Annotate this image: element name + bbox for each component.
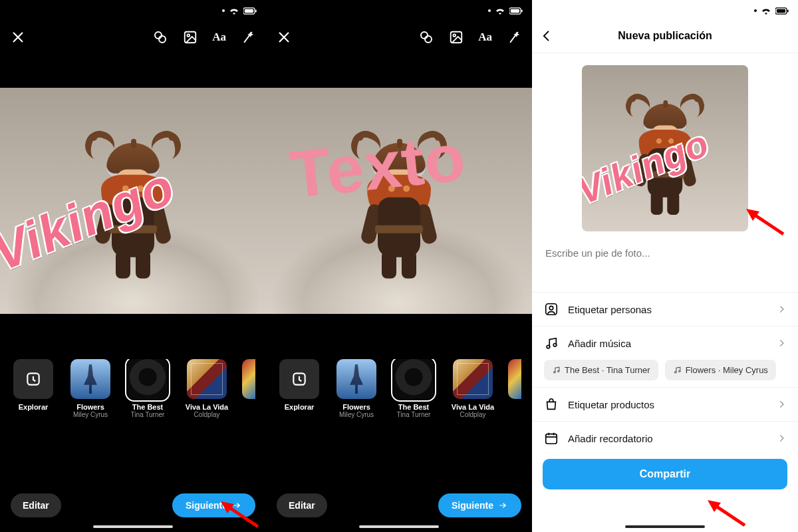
- svg-rect-19: [787, 9, 789, 12]
- text-icon[interactable]: Aa: [478, 31, 492, 44]
- music-chip[interactable]: Flowers · Miley Cyrus: [665, 360, 776, 380]
- shopping-bag-icon: [544, 397, 559, 412]
- wifi-icon: [495, 7, 505, 15]
- publish-header: Nueva publicación: [532, 19, 798, 53]
- music-item-vivalavida[interactable]: Viva La Vida Coldplay: [181, 359, 233, 418]
- edit-button[interactable]: Editar: [11, 493, 61, 517]
- music-suggestions[interactable]: Explorar Flowers Miley Cyrus The Best Ti…: [266, 359, 532, 418]
- publish-title: Nueva publicación: [618, 30, 712, 42]
- battery-icon: [509, 7, 523, 15]
- caption-input[interactable]: [532, 237, 798, 269]
- editor-bottombar: Editar Siguiente: [0, 493, 266, 517]
- screen-edit-2: Aa Texto Explorar Flowers Miley Cyrus: [266, 0, 532, 532]
- screen-publish: Nueva publicación Vikingo Etiquetar pers…: [532, 0, 798, 532]
- music-item-partial[interactable]: [508, 359, 521, 403]
- screen-edit-1: Aa Vikingo Explorar Flowers Miley Cyrus: [0, 0, 266, 532]
- music-item-flowers[interactable]: Flowers Miley Cyrus: [66, 359, 114, 418]
- option-add-music[interactable]: Añadir música: [532, 327, 798, 360]
- chevron-right-icon: [777, 305, 786, 314]
- next-button-label: Siguiente: [186, 500, 227, 511]
- option-label: Etiquetar productos: [568, 399, 654, 410]
- svg-rect-5: [185, 32, 196, 43]
- loop-icon[interactable]: [152, 29, 168, 45]
- music-explore[interactable]: Explorar: [275, 359, 323, 418]
- sparkle-icon[interactable]: [507, 30, 521, 45]
- wifi-icon: [229, 7, 239, 15]
- svg-rect-10: [511, 9, 519, 12]
- publish-preview-wrap: Vikingo: [532, 53, 798, 237]
- sparkle-icon[interactable]: [241, 30, 255, 45]
- svg-point-12: [421, 32, 428, 39]
- svg-point-6: [188, 34, 190, 37]
- svg-marker-20: [746, 209, 759, 221]
- image-icon[interactable]: [183, 30, 198, 45]
- svg-rect-2: [255, 9, 257, 12]
- svg-point-24: [553, 343, 557, 346]
- music-item-thebest[interactable]: The Best Tina Turner: [390, 359, 438, 418]
- annotation-arrow: [705, 497, 747, 528]
- music-item-flowers[interactable]: Flowers Miley Cyrus: [332, 359, 380, 418]
- chevron-right-icon: [777, 338, 786, 348]
- music-note-icon: [544, 336, 559, 350]
- svg-rect-18: [777, 9, 785, 12]
- chevron-right-icon: [777, 434, 786, 443]
- editor-bottombar: Editar Siguiente: [266, 493, 532, 517]
- option-tag-products[interactable]: Etiquetar productos: [532, 388, 798, 421]
- svg-point-4: [159, 36, 166, 43]
- loop-icon[interactable]: [418, 29, 434, 45]
- editor-toolbar: Aa: [266, 19, 532, 56]
- svg-point-15: [454, 34, 456, 37]
- music-item-partial[interactable]: [242, 359, 255, 403]
- calendar-icon: [544, 431, 559, 446]
- svg-point-22: [549, 306, 553, 310]
- image-icon[interactable]: [449, 30, 464, 45]
- option-label: Añadir recordatorio: [568, 433, 653, 444]
- option-tag-people[interactable]: Etiquetar personas: [532, 293, 798, 326]
- svg-rect-14: [451, 32, 462, 43]
- battery-icon: [243, 7, 257, 15]
- music-chips: The Best · Tina Turner Flowers · Miley C…: [532, 360, 798, 387]
- editor-toolbar: Aa: [0, 19, 266, 56]
- gesture-bar: [93, 525, 173, 528]
- chip-label: The Best · Tina Turner: [565, 365, 650, 375]
- status-bar: [532, 0, 798, 19]
- gesture-bar: [359, 525, 439, 528]
- svg-marker-30: [708, 500, 721, 512]
- close-icon[interactable]: [277, 30, 291, 45]
- option-label: Añadir música: [568, 338, 631, 349]
- next-button-label: Siguiente: [452, 500, 493, 511]
- svg-rect-11: [521, 9, 523, 12]
- music-chip[interactable]: The Best · Tina Turner: [544, 360, 658, 380]
- svg-point-27: [674, 372, 676, 373]
- photo-preview[interactable]: Vikingo: [0, 88, 266, 314]
- wifi-icon: [761, 7, 771, 15]
- close-icon[interactable]: [11, 30, 25, 45]
- publish-preview[interactable]: Vikingo: [582, 65, 748, 231]
- music-item-vivalavida[interactable]: Viva La Vida Coldplay: [447, 359, 499, 418]
- status-bar: [0, 0, 266, 19]
- music-explore[interactable]: Explorar: [9, 359, 57, 418]
- photo-preview[interactable]: Texto: [266, 88, 532, 314]
- svg-rect-21: [546, 304, 557, 315]
- svg-point-3: [155, 32, 162, 39]
- music-suggestions[interactable]: Explorar Flowers Miley Cyrus The Best Ti…: [0, 359, 266, 418]
- gesture-bar: [625, 525, 705, 528]
- option-add-reminder[interactable]: Añadir recordatorio: [532, 422, 798, 452]
- back-icon[interactable]: [540, 29, 553, 43]
- chevron-right-icon: [777, 400, 786, 409]
- text-icon[interactable]: Aa: [212, 31, 226, 44]
- person-tag-icon: [544, 302, 559, 317]
- svg-point-13: [425, 36, 432, 43]
- svg-point-26: [558, 370, 559, 372]
- share-button[interactable]: Compartir: [543, 459, 787, 489]
- next-button[interactable]: Siguiente: [172, 493, 255, 517]
- music-item-thebest[interactable]: The Best Tina Turner: [124, 359, 172, 418]
- edit-button[interactable]: Editar: [277, 493, 327, 517]
- option-label: Etiquetar personas: [568, 304, 652, 315]
- svg-point-25: [554, 372, 555, 373]
- next-button[interactable]: Siguiente: [438, 493, 521, 517]
- svg-point-23: [547, 345, 550, 348]
- status-bar: [266, 0, 532, 19]
- battery-icon: [775, 7, 789, 15]
- svg-point-28: [678, 370, 680, 372]
